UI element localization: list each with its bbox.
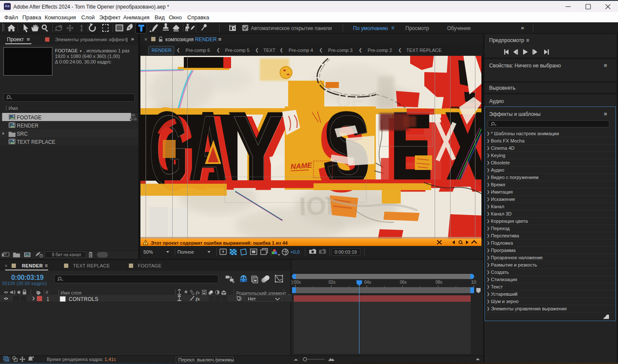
- svg-text:NAME: NAME: [290, 161, 313, 170]
- svg-text:fx: fx: [196, 290, 200, 295]
- svg-text:fx: fx: [196, 296, 200, 301]
- svg-text:#: #: [46, 290, 49, 295]
- svg-text:Y: Y: [233, 95, 283, 206]
